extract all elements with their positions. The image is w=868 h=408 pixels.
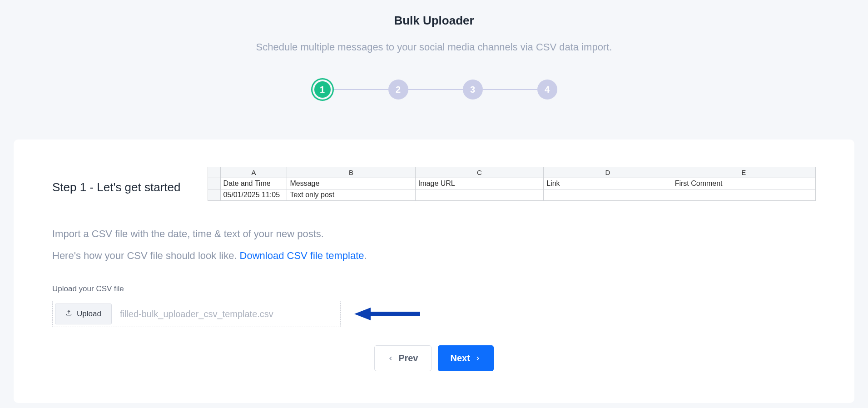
step-3[interactable]: 3 (463, 80, 483, 100)
upload-button[interactable]: Upload (55, 304, 112, 324)
header-image: Image URL (415, 178, 543, 189)
next-button[interactable]: Next (438, 345, 494, 371)
header-date: Date and Time (220, 178, 287, 189)
spreadsheet-table: A B C D E Date and Time Message Image UR… (208, 167, 816, 201)
desc2-suffix: . (364, 250, 367, 261)
step-1[interactable]: 1 (311, 78, 334, 101)
download-template-link[interactable]: Download CSV file template (240, 250, 364, 261)
prev-button-label: Prev (398, 353, 418, 363)
page-container: Bulk Uploader Schedule multiple messages… (0, 0, 868, 403)
step-1-number: 1 (314, 81, 331, 98)
step-connector (408, 89, 463, 90)
description-line-1: Import a CSV file with the date, time & … (52, 228, 816, 240)
step-2[interactable]: 2 (388, 80, 408, 100)
chevron-right-icon (475, 355, 481, 362)
desc2-prefix: Here's how your CSV file should look lik… (52, 250, 240, 261)
page-subtitle: Schedule multiple messages to your socia… (14, 41, 854, 53)
cell-link (544, 189, 672, 201)
step-4[interactable]: 4 (537, 80, 557, 100)
cell-comment (672, 189, 815, 201)
step-card: Step 1 - Let's get started A B C D E Dat… (14, 139, 854, 403)
next-button-label: Next (451, 353, 470, 363)
upload-dropzone[interactable]: Upload filled-bulk_uploader_csv_template… (52, 301, 341, 327)
step-4-number: 4 (545, 85, 550, 95)
svg-marker-1 (354, 308, 371, 320)
row-1-num (208, 178, 220, 189)
prev-button[interactable]: Prev (374, 345, 431, 371)
header-comment: First Comment (672, 178, 815, 189)
sheet-corner (208, 167, 220, 178)
col-c: C (415, 167, 543, 178)
description-line-2: Here's how your CSV file should look lik… (52, 250, 816, 262)
page-title: Bulk Uploader (14, 14, 854, 28)
cell-date: 05/01/2025 11:05 (220, 189, 287, 201)
step-2-number: 2 (396, 85, 401, 95)
header: Bulk Uploader Schedule multiple messages… (14, 9, 854, 101)
upload-row: Upload filled-bulk_uploader_csv_template… (52, 301, 816, 327)
upload-button-label: Upload (77, 309, 101, 318)
arrow-annotation (354, 306, 422, 322)
spreadsheet-preview: A B C D E Date and Time Message Image UR… (208, 167, 816, 201)
cell-image (415, 189, 543, 201)
nav-buttons: Prev Next (52, 345, 816, 371)
step-connector (483, 89, 537, 90)
col-b: B (287, 167, 415, 178)
card-top-row: Step 1 - Let's get started A B C D E Dat… (52, 167, 816, 201)
row-2-num (208, 189, 220, 201)
step-3-number: 3 (470, 85, 475, 95)
upload-label: Upload your CSV file (52, 284, 816, 294)
header-message: Message (287, 178, 415, 189)
uploaded-filename: filled-bulk_uploader_csv_template.csv (112, 309, 273, 319)
step-title: Step 1 - Let's get started (52, 167, 180, 194)
step-connector (334, 89, 388, 90)
col-d: D (544, 167, 672, 178)
chevron-left-icon (387, 355, 394, 362)
cell-message: Text only post (287, 189, 415, 201)
col-e: E (672, 167, 815, 178)
upload-icon (65, 309, 72, 318)
col-a: A (220, 167, 287, 178)
header-link: Link (544, 178, 672, 189)
stepper: 1 2 3 4 (14, 78, 854, 101)
